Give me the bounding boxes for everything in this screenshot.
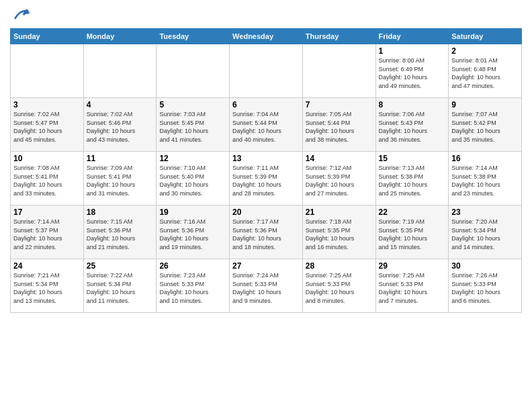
day-info: Sunrise: 7:10 AMSunset: 5:40 PMDaylight:… — [159, 164, 226, 197]
logo — [10, 7, 32, 23]
day-number: 12 — [159, 154, 226, 163]
day-info: Sunrise: 7:21 AMSunset: 5:34 PMDaylight:… — [13, 271, 81, 305]
day-info: Sunrise: 7:16 AMSunset: 5:36 PMDaylight:… — [159, 218, 226, 251]
calendar-cell: 27Sunrise: 7:24 AMSunset: 5:33 PMDayligh… — [230, 259, 303, 313]
day-info: Sunrise: 7:24 AMSunset: 5:33 PMDaylight:… — [232, 271, 300, 305]
day-number: 20 — [232, 208, 300, 217]
day-info: Sunrise: 7:14 AMSunset: 5:37 PMDaylight:… — [13, 218, 81, 251]
calendar-cell — [83, 44, 157, 98]
day-info: Sunrise: 7:22 AMSunset: 5:34 PMDaylight:… — [87, 271, 154, 305]
calendar-week-2: 10Sunrise: 7:08 AMSunset: 5:41 PMDayligh… — [11, 152, 522, 205]
day-number: 29 — [379, 261, 446, 271]
day-number: 3 — [13, 100, 81, 109]
day-number: 23 — [451, 208, 519, 217]
day-info: Sunrise: 8:00 AMSunset: 6:49 PMDaylight:… — [379, 56, 446, 90]
day-info: Sunrise: 7:11 AMSunset: 5:39 PMDaylight:… — [232, 164, 300, 197]
day-number: 30 — [451, 261, 519, 271]
calendar-cell: 20Sunrise: 7:17 AMSunset: 5:36 PMDayligh… — [230, 205, 303, 259]
logo-icon — [11, 7, 32, 23]
day-info: Sunrise: 7:26 AMSunset: 5:33 PMDaylight:… — [451, 271, 519, 305]
calendar-cell — [302, 44, 375, 98]
calendar-header-row: SundayMondayTuesdayWednesdayThursdayFrid… — [11, 29, 522, 44]
calendar-cell: 11Sunrise: 7:09 AMSunset: 5:41 PMDayligh… — [83, 152, 157, 205]
day-number: 2 — [451, 46, 519, 56]
day-number: 22 — [379, 208, 446, 217]
day-info: Sunrise: 7:17 AMSunset: 5:36 PMDaylight:… — [232, 218, 300, 251]
day-number: 24 — [13, 261, 81, 271]
page-container: SundayMondayTuesdayWednesdayThursdayFrid… — [0, 0, 532, 320]
calendar-cell: 29Sunrise: 7:25 AMSunset: 5:33 PMDayligh… — [375, 259, 449, 313]
calendar-table: SundayMondayTuesdayWednesdayThursdayFrid… — [10, 28, 522, 313]
day-info: Sunrise: 7:13 AMSunset: 5:38 PMDaylight:… — [379, 164, 446, 197]
calendar-week-0: 1Sunrise: 8:00 AMSunset: 6:49 PMDaylight… — [11, 44, 522, 98]
day-info: Sunrise: 7:14 AMSunset: 5:38 PMDaylight:… — [451, 164, 519, 197]
day-number: 5 — [159, 100, 226, 109]
day-number: 16 — [451, 154, 519, 163]
calendar-week-4: 24Sunrise: 7:21 AMSunset: 5:34 PMDayligh… — [11, 259, 522, 313]
calendar-cell: 24Sunrise: 7:21 AMSunset: 5:34 PMDayligh… — [11, 259, 84, 313]
day-info: Sunrise: 7:06 AMSunset: 5:43 PMDaylight:… — [379, 110, 446, 144]
calendar-cell: 13Sunrise: 7:11 AMSunset: 5:39 PMDayligh… — [230, 152, 303, 205]
day-info: Sunrise: 7:09 AMSunset: 5:41 PMDaylight:… — [87, 164, 154, 197]
calendar-cell: 12Sunrise: 7:10 AMSunset: 5:40 PMDayligh… — [157, 152, 230, 205]
day-number: 14 — [306, 154, 373, 163]
calendar-week-1: 3Sunrise: 7:02 AMSunset: 5:47 PMDaylight… — [11, 98, 522, 152]
day-number: 27 — [232, 261, 300, 271]
day-number: 21 — [306, 208, 373, 217]
calendar-cell: 26Sunrise: 7:23 AMSunset: 5:33 PMDayligh… — [157, 259, 230, 313]
calendar-cell: 25Sunrise: 7:22 AMSunset: 5:34 PMDayligh… — [83, 259, 157, 313]
day-info: Sunrise: 8:01 AMSunset: 6:48 PMDaylight:… — [451, 56, 519, 90]
calendar-cell: 1Sunrise: 8:00 AMSunset: 6:49 PMDaylight… — [375, 44, 449, 98]
day-info: Sunrise: 7:25 AMSunset: 5:33 PMDaylight:… — [306, 271, 373, 305]
calendar-cell: 28Sunrise: 7:25 AMSunset: 5:33 PMDayligh… — [302, 259, 375, 313]
day-info: Sunrise: 7:03 AMSunset: 5:45 PMDaylight:… — [159, 110, 226, 144]
day-number: 18 — [87, 208, 154, 217]
calendar-cell: 14Sunrise: 7:12 AMSunset: 5:39 PMDayligh… — [302, 152, 375, 205]
day-number: 6 — [232, 100, 300, 109]
day-info: Sunrise: 7:19 AMSunset: 5:35 PMDaylight:… — [379, 218, 446, 251]
day-header-wednesday: Wednesday — [230, 29, 303, 44]
calendar-cell: 30Sunrise: 7:26 AMSunset: 5:33 PMDayligh… — [449, 259, 522, 313]
day-number: 7 — [306, 100, 373, 109]
day-info: Sunrise: 7:15 AMSunset: 5:36 PMDaylight:… — [87, 218, 154, 251]
calendar-cell: 15Sunrise: 7:13 AMSunset: 5:38 PMDayligh… — [375, 152, 449, 205]
calendar-cell: 5Sunrise: 7:03 AMSunset: 5:45 PMDaylight… — [157, 98, 230, 152]
calendar-cell — [230, 44, 303, 98]
day-info: Sunrise: 7:02 AMSunset: 5:46 PMDaylight:… — [87, 110, 154, 144]
calendar-cell: 17Sunrise: 7:14 AMSunset: 5:37 PMDayligh… — [11, 205, 84, 259]
day-number: 17 — [13, 208, 81, 217]
calendar-cell: 4Sunrise: 7:02 AMSunset: 5:46 PMDaylight… — [83, 98, 157, 152]
day-info: Sunrise: 7:18 AMSunset: 5:35 PMDaylight:… — [306, 218, 373, 251]
day-info: Sunrise: 7:25 AMSunset: 5:33 PMDaylight:… — [379, 271, 446, 305]
calendar-cell: 7Sunrise: 7:05 AMSunset: 5:44 PMDaylight… — [302, 98, 375, 152]
day-number: 9 — [451, 100, 519, 109]
day-header-thursday: Thursday — [302, 29, 375, 44]
calendar-cell: 10Sunrise: 7:08 AMSunset: 5:41 PMDayligh… — [11, 152, 84, 205]
day-number: 8 — [379, 100, 446, 109]
day-info: Sunrise: 7:20 AMSunset: 5:34 PMDaylight:… — [451, 218, 519, 251]
calendar-cell: 21Sunrise: 7:18 AMSunset: 5:35 PMDayligh… — [302, 205, 375, 259]
day-number: 25 — [87, 261, 154, 271]
calendar-cell: 23Sunrise: 7:20 AMSunset: 5:34 PMDayligh… — [449, 205, 522, 259]
day-number: 1 — [379, 46, 446, 56]
day-number: 28 — [306, 261, 373, 271]
calendar-cell: 22Sunrise: 7:19 AMSunset: 5:35 PMDayligh… — [375, 205, 449, 259]
day-number: 19 — [159, 208, 226, 217]
calendar-cell: 8Sunrise: 7:06 AMSunset: 5:43 PMDaylight… — [375, 98, 449, 152]
day-info: Sunrise: 7:02 AMSunset: 5:47 PMDaylight:… — [13, 110, 81, 144]
day-header-tuesday: Tuesday — [157, 29, 230, 44]
calendar-cell — [11, 44, 84, 98]
day-info: Sunrise: 7:08 AMSunset: 5:41 PMDaylight:… — [13, 164, 81, 197]
calendar-cell: 3Sunrise: 7:02 AMSunset: 5:47 PMDaylight… — [11, 98, 84, 152]
calendar-cell: 9Sunrise: 7:07 AMSunset: 5:42 PMDaylight… — [449, 98, 522, 152]
day-number: 26 — [159, 261, 226, 271]
day-header-friday: Friday — [375, 29, 449, 44]
day-number: 15 — [379, 154, 446, 163]
day-header-monday: Monday — [83, 29, 157, 44]
day-header-sunday: Sunday — [11, 29, 84, 44]
day-number: 11 — [87, 154, 154, 163]
day-info: Sunrise: 7:04 AMSunset: 5:44 PMDaylight:… — [232, 110, 300, 144]
day-info: Sunrise: 7:23 AMSunset: 5:33 PMDaylight:… — [159, 271, 226, 305]
day-info: Sunrise: 7:07 AMSunset: 5:42 PMDaylight:… — [451, 110, 519, 144]
calendar-cell: 16Sunrise: 7:14 AMSunset: 5:38 PMDayligh… — [449, 152, 522, 205]
